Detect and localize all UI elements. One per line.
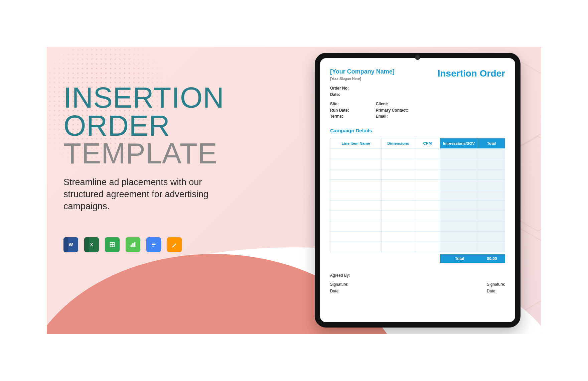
slogan-placeholder: [Your Slogan Here] bbox=[330, 77, 395, 81]
svg-rect-10 bbox=[134, 242, 136, 247]
promo-canvas: INSERTION ORDER TEMPLATE Streamline ad p… bbox=[47, 47, 541, 334]
hero-subtitle: Streamline ad placements with our struct… bbox=[63, 176, 237, 213]
order-no-label: Order No: bbox=[330, 85, 505, 92]
client-label: Client: bbox=[376, 101, 408, 107]
email-label: Email: bbox=[376, 113, 408, 120]
excel-icon[interactable]: X bbox=[84, 237, 99, 252]
company-name-placeholder: [Your Company Name] bbox=[330, 68, 395, 75]
apple-numbers-icon[interactable] bbox=[126, 237, 140, 252]
document-title: Insertion Order bbox=[438, 68, 505, 79]
google-docs-icon[interactable] bbox=[146, 237, 161, 252]
tablet-camera bbox=[416, 55, 419, 59]
document-preview: [Your Company Name] [Your Slogan Here] I… bbox=[320, 58, 515, 322]
col-impressions-sov: Impressions/SOV bbox=[440, 138, 478, 148]
col-line-item: Line Item Name bbox=[330, 138, 382, 148]
table-row bbox=[330, 159, 505, 169]
campaign-table: Line Item Name Dimensions CPM Impression… bbox=[330, 138, 505, 252]
total-value: $0.00 bbox=[479, 254, 505, 263]
signature-label: Signature: bbox=[330, 281, 348, 288]
terms-label: Terms: bbox=[330, 113, 349, 120]
table-row bbox=[330, 190, 505, 201]
svg-rect-9 bbox=[132, 243, 134, 247]
svg-text:W: W bbox=[69, 242, 73, 247]
signature-date-label: Date: bbox=[487, 288, 505, 294]
campaign-details-heading: Campaign Details bbox=[330, 128, 505, 133]
signature-right: Signature: Date: bbox=[487, 281, 505, 295]
col-cpm: CPM bbox=[415, 138, 440, 148]
table-row bbox=[330, 221, 505, 232]
date-label: Date: bbox=[330, 92, 505, 98]
apple-pages-icon[interactable] bbox=[167, 237, 182, 252]
table-row bbox=[330, 149, 505, 159]
run-date-label: Run Date: bbox=[330, 107, 349, 114]
word-icon[interactable]: W bbox=[63, 237, 78, 252]
table-row bbox=[330, 169, 505, 180]
document-header: [Your Company Name] [Your Slogan Here] I… bbox=[330, 68, 505, 81]
primary-contact-label: Primary Contact: bbox=[376, 107, 408, 114]
order-meta-block: Order No: Date: Site: Run Date: Terms: C… bbox=[330, 85, 505, 120]
hero-title-line3: TEMPLATE bbox=[63, 139, 251, 167]
total-label: Total bbox=[440, 254, 479, 263]
hero-text: INSERTION ORDER TEMPLATE Streamline ad p… bbox=[63, 84, 251, 213]
table-row bbox=[330, 201, 505, 211]
google-sheets-icon[interactable] bbox=[105, 237, 120, 252]
site-label: Site: bbox=[330, 101, 349, 107]
hero-title-line2: ORDER bbox=[63, 112, 251, 140]
signature-label: Signature: bbox=[487, 281, 505, 288]
col-total: Total bbox=[478, 138, 505, 148]
tablet-mockup: [Your Company Name] [Your Slogan Here] I… bbox=[315, 53, 521, 328]
agreed-by-label: Agreed By: bbox=[330, 273, 505, 278]
signature-left: Signature: Date: bbox=[330, 281, 348, 295]
signature-date-label: Date: bbox=[330, 288, 348, 294]
col-dimensions: Dimensions bbox=[382, 138, 415, 148]
table-row bbox=[330, 242, 505, 252]
hero-title-line1: INSERTION bbox=[63, 84, 251, 112]
svg-text:X: X bbox=[90, 242, 93, 247]
table-row bbox=[330, 180, 505, 190]
format-icons-row: W X bbox=[63, 237, 182, 252]
table-row bbox=[330, 211, 505, 221]
table-row bbox=[330, 232, 505, 242]
hero-title: INSERTION ORDER TEMPLATE bbox=[63, 84, 251, 167]
signature-area: Agreed By: Signature: Date: Signature: D… bbox=[330, 273, 505, 295]
table-header-row: Line Item Name Dimensions CPM Impression… bbox=[330, 138, 505, 149]
total-row: Total $0.00 bbox=[330, 254, 505, 263]
svg-rect-8 bbox=[131, 245, 132, 247]
